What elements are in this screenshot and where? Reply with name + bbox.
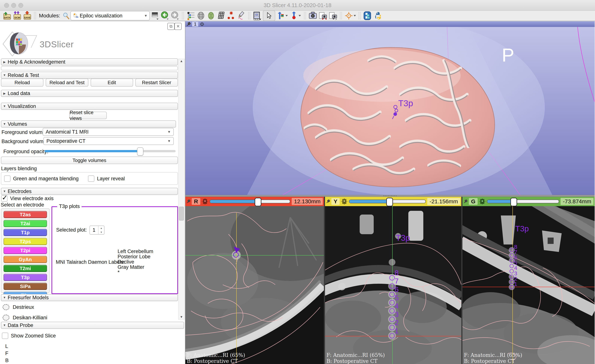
green-slice-canvas[interactable]: 87654321 T3p F: Anatomic...RI (65%) B: P… [462, 206, 595, 364]
annotations-module-icon[interactable] [237, 11, 246, 20]
electrode-button-t1p[interactable]: T1p [4, 229, 47, 236]
svg-text:KM: KM [76, 16, 78, 18]
electrode-button-t3p[interactable]: T3p [4, 274, 47, 281]
panel-scrollbar[interactable]: ▲ ▼ [178, 59, 184, 319]
electrode-button-t2ps[interactable]: T2ps [4, 238, 47, 245]
scene-view-capture-button[interactable] [319, 11, 327, 20]
markups-module-icon[interactable] [227, 11, 236, 20]
slice-marker-icon[interactable] [479, 198, 485, 205]
electrode-button-sipa[interactable]: SiPa [4, 283, 47, 290]
layout-selector-button[interactable] [253, 11, 262, 20]
volumes-module-icon[interactable] [196, 11, 205, 20]
select-electrode-label: Select an electrode [1, 202, 44, 208]
spin-down-icon[interactable]: ▼ [99, 230, 104, 234]
selected-plot-spinbox[interactable]: 1 ▲▼ [90, 226, 105, 234]
section-data-probe[interactable]: ▼Data Probe [1, 322, 184, 329]
pin-icon[interactable] [186, 22, 191, 26]
dicom-button[interactable]: DCM [13, 11, 21, 20]
electrode-button-t2pi[interactable]: T2pi [4, 247, 47, 254]
section-visualization[interactable]: ▼Visualization [1, 103, 178, 110]
scroll-up-icon[interactable]: ▲ [178, 59, 184, 63]
reset-slice-views-button[interactable]: Reset slice views [69, 112, 107, 119]
view-electrode-axis-checkbox[interactable] [1, 195, 7, 202]
visibility-eye-icon[interactable] [3, 315, 9, 321]
yellow-slider-handle[interactable] [386, 198, 393, 206]
threed-canvas[interactable]: .ridge{stroke:#f2eae6;stroke-width:16;fi… [185, 27, 595, 195]
screenshot-button[interactable] [308, 11, 317, 20]
reload-button[interactable]: Reload [1, 79, 43, 87]
module-history-button[interactable] [150, 11, 159, 20]
crosshair-button[interactable] [344, 11, 356, 20]
section-load-data[interactable]: ▶Load data [1, 90, 178, 97]
pin-icon[interactable] [326, 199, 330, 204]
section-freesurfer[interactable]: ▼Freesurfer Models [1, 294, 178, 301]
section-help[interactable]: ▶Help & Acknowledgement [1, 58, 178, 65]
window-level-button[interactable] [276, 11, 289, 20]
layer-reveal-checkbox[interactable] [88, 175, 94, 182]
slice-letter[interactable]: G [469, 198, 478, 205]
popup-panel-icon[interactable]: ⧉ [167, 23, 175, 30]
section-volumes[interactable]: ▼Volumes [1, 120, 176, 128]
edit-button[interactable]: Edit [91, 79, 133, 87]
close-panel-icon[interactable]: ✕ [175, 23, 182, 30]
section-electrodes[interactable]: ▼Electrodes [1, 188, 178, 195]
save-button[interactable]: SAVE [23, 11, 32, 20]
slice-marker-icon[interactable] [202, 198, 208, 205]
reload-and-test-button[interactable]: Reload and Test [46, 79, 88, 87]
view-electrode-axis-label: View electrode axis [10, 196, 54, 201]
mouse-interaction-button[interactable] [263, 10, 275, 21]
slice-letter[interactable]: R [192, 198, 200, 205]
scrollbar-thumb[interactable] [179, 207, 184, 220]
data-module-icon[interactable] [186, 11, 195, 20]
green-slice-slider[interactable] [487, 199, 559, 203]
toolbar-separator [182, 12, 184, 20]
module-forward-button[interactable] [170, 11, 180, 20]
electrode-button-t2ai[interactable]: T2ai [4, 220, 47, 227]
green-slider-handle[interactable] [510, 198, 517, 206]
place-fiducial-button[interactable] [290, 11, 302, 20]
electrode-button-t2as[interactable]: T2as [4, 211, 47, 218]
yellow-slice-canvas[interactable]: 87654321 T3p F: Anatomic...RI (65%) B: P… [325, 206, 461, 364]
toggle-volumes-button[interactable]: Toggle volumes [1, 157, 178, 164]
electrode-button-gyan[interactable]: GyAn [4, 256, 47, 263]
yellow-slice-view[interactable]: Y -21.156mm [325, 197, 461, 364]
models-module-icon[interactable] [206, 11, 215, 20]
electrode-button-t2mi[interactable]: T2mi [4, 265, 47, 272]
view-tab-label[interactable]: 1 [192, 22, 198, 27]
spin-up-icon[interactable]: ▲ [99, 226, 104, 230]
svg-text:4: 4 [395, 302, 399, 310]
view-splitter[interactable] [185, 195, 595, 197]
scroll-down-icon[interactable]: ▼ [178, 315, 184, 319]
load-data-button[interactable]: DATA [2, 11, 11, 20]
module-search-icon[interactable] [62, 11, 70, 20]
green-magenta-checkbox[interactable] [4, 175, 10, 182]
section-reload-test[interactable]: ▼Reload & Test [1, 72, 178, 79]
background-volume-combo[interactable]: Postoperative CT▼ [43, 137, 174, 145]
yellow-slice-slider[interactable] [349, 199, 426, 203]
transforms-module-icon[interactable] [217, 11, 226, 20]
red-slice-canvas[interactable]: F: Anatomic...RI (65%) B: Postoperative … [185, 206, 324, 364]
restart-slicer-button[interactable]: Restart Slicer [135, 79, 178, 87]
red-slice-view[interactable]: R 12.130mm [185, 197, 324, 364]
show-zoomed-slice-checkbox[interactable] [2, 333, 8, 339]
slice-marker-icon[interactable] [341, 198, 347, 205]
python-console-button[interactable] [373, 11, 382, 20]
red-slice-slider[interactable] [210, 199, 290, 203]
pin-icon[interactable] [186, 199, 190, 204]
green-slice-view[interactable]: G -73.874mm [462, 197, 595, 364]
module-selector[interactable]: KM Epiloc visualization ▼ [71, 11, 150, 21]
pin-icon[interactable] [464, 199, 467, 204]
scene-view-restore-button[interactable] [329, 11, 338, 20]
foreground-volume-combo[interactable]: Anatomical T1 MRI▼ [43, 128, 174, 136]
electrode-label: T3p [515, 224, 529, 233]
threed-view[interactable]: 1 [185, 21, 595, 195]
visibility-eye-icon[interactable] [3, 304, 9, 310]
opacity-slider-handle[interactable] [137, 147, 143, 156]
view-options-icon[interactable] [200, 22, 204, 26]
reload-button-row: Reload Reload and Test Edit Restart Slic… [1, 79, 178, 87]
slice-letter[interactable]: Y [331, 198, 340, 205]
extensions-manager-button[interactable] [363, 11, 372, 20]
module-back-button[interactable] [160, 11, 170, 20]
red-slider-handle[interactable] [255, 198, 261, 206]
foreground-opacity-slider[interactable] [45, 150, 176, 152]
